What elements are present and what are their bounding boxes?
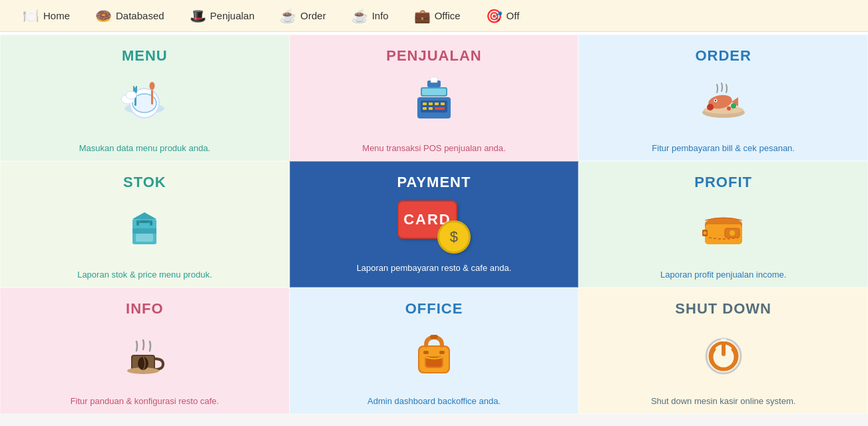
card-info[interactable]: INFO Fitur panduan & konfigurasi resto c… xyxy=(0,288,290,414)
svg-rect-14 xyxy=(435,103,439,105)
penjualan-icon: 🎩 xyxy=(190,8,206,24)
svg-rect-12 xyxy=(423,103,427,105)
office-icon: 💼 xyxy=(414,8,431,24)
profit-icon xyxy=(697,198,750,264)
nav-home-label: Home xyxy=(43,10,70,21)
card-payment[interactable]: PAYMENT CARD $ Laporan pembayaran resto … xyxy=(290,161,579,288)
office-desc: Admin dashboard backoffice anda. xyxy=(367,396,501,406)
info-icon: ☕ xyxy=(351,8,368,24)
info-icon xyxy=(118,324,171,391)
svg-point-28 xyxy=(714,100,716,101)
svg-point-30 xyxy=(731,103,736,108)
profit-title: PROFIT xyxy=(694,174,752,191)
svg-point-29 xyxy=(707,104,714,110)
svg-rect-37 xyxy=(139,220,150,223)
svg-rect-6 xyxy=(151,90,153,105)
stok-icon xyxy=(118,198,171,264)
penjualan-title: PENJUALAN xyxy=(386,47,481,65)
card-penjualan[interactable]: PENJUALAN xyxy=(290,35,579,161)
main-grid: MENU Masukan data menu produk anda. xyxy=(0,32,868,414)
nav-office[interactable]: 💼 Office xyxy=(405,3,470,29)
nav-info[interactable]: ☕ Info xyxy=(342,3,398,29)
svg-rect-34 xyxy=(132,228,156,234)
shutdown-icon xyxy=(697,324,750,391)
svg-point-44 xyxy=(703,232,706,235)
svg-rect-15 xyxy=(441,103,445,105)
svg-point-31 xyxy=(727,106,731,110)
order-icon xyxy=(697,71,750,138)
svg-rect-13 xyxy=(429,103,433,105)
svg-rect-5 xyxy=(136,86,137,93)
card-menu[interactable]: MENU Masukan data menu produk anda. xyxy=(0,35,290,161)
card-office[interactable]: OFFICE Admin dashboard backoffice and xyxy=(290,288,579,414)
card-profit[interactable]: PROFIT Laporan profit penjualan income. xyxy=(578,161,868,288)
coin-icon: $ xyxy=(437,220,471,254)
nav-off[interactable]: 🎯 Off xyxy=(477,3,529,29)
svg-rect-22 xyxy=(431,77,437,83)
svg-rect-54 xyxy=(423,351,429,354)
svg-point-9 xyxy=(126,91,136,99)
nav-penjualan-label: Penjualan xyxy=(210,10,255,21)
svg-point-7 xyxy=(150,82,155,90)
home-icon: 🍽️ xyxy=(23,8,39,24)
svg-rect-16 xyxy=(423,107,427,110)
menu-icon xyxy=(118,71,171,138)
svg-rect-58 xyxy=(721,339,726,341)
svg-rect-18 xyxy=(435,107,445,110)
svg-point-42 xyxy=(730,230,735,236)
off-icon: 🎯 xyxy=(486,8,503,24)
order-icon: ☕ xyxy=(280,8,296,24)
svg-rect-11 xyxy=(421,101,447,112)
card-stok[interactable]: STOK Laporan stok & price menu produk. xyxy=(0,161,290,288)
info-title: INFO xyxy=(126,300,164,318)
nav-databased-label: Databased xyxy=(116,10,164,21)
stok-desc: Laporan stok & price menu produk. xyxy=(77,270,212,280)
nav-databased[interactable]: 🍩 Databased xyxy=(86,3,174,29)
info-desc: Fitur panduan & konfigurasi resto cafe. xyxy=(71,396,219,406)
menu-desc: Masukan data menu produk anda. xyxy=(79,143,210,153)
shutdown-desc: Shut down mesin kasir online system. xyxy=(651,396,795,406)
shutdown-title: SHUT DOWN xyxy=(675,300,771,318)
office-icon xyxy=(407,324,461,391)
navbar: 🍽️ Home 🍩 Databased 🎩 Penjualan ☕ Order … xyxy=(0,0,868,32)
svg-rect-36 xyxy=(136,220,139,226)
nav-penjualan[interactable]: 🎩 Penjualan xyxy=(180,3,264,29)
payment-desc: Laporan pembayaran resto & cafe anda. xyxy=(357,263,512,273)
nav-office-label: Office xyxy=(435,10,461,21)
order-desc: Fitur pembayaran bill & cek pesanan. xyxy=(652,143,795,153)
penjualan-icon xyxy=(407,71,461,138)
svg-rect-53 xyxy=(430,335,438,339)
payment-title: PAYMENT xyxy=(397,174,471,191)
nav-order-label: Order xyxy=(300,10,326,21)
nav-off-label: Off xyxy=(507,10,520,21)
card-order[interactable]: ORDER Fitur pembayaran bill xyxy=(578,35,868,161)
payment-icon: CARD $ xyxy=(397,198,471,258)
stok-title: STOK xyxy=(123,174,166,191)
svg-rect-20 xyxy=(422,89,446,95)
office-title: OFFICE xyxy=(405,300,463,318)
svg-rect-38 xyxy=(150,220,152,226)
profit-desc: Laporan profit penjualan income. xyxy=(660,270,786,280)
svg-point-48 xyxy=(138,357,148,370)
svg-rect-35 xyxy=(136,234,153,242)
nav-home[interactable]: 🍽️ Home xyxy=(13,3,79,29)
nav-order[interactable]: ☕ Order xyxy=(270,3,335,29)
svg-rect-55 xyxy=(439,351,445,354)
nav-info-label: Info xyxy=(372,10,389,21)
card-shutdown[interactable]: SHUT DOWN Shut down mesin kasir online s… xyxy=(578,288,868,414)
svg-marker-33 xyxy=(132,212,156,219)
databased-icon: 🍩 xyxy=(95,8,112,24)
menu-title: MENU xyxy=(122,47,168,65)
order-title: ORDER xyxy=(695,47,751,65)
penjualan-desc: Menu transaksi POS penjualan anda. xyxy=(362,143,505,153)
svg-rect-17 xyxy=(429,107,433,110)
svg-rect-59 xyxy=(722,341,726,356)
